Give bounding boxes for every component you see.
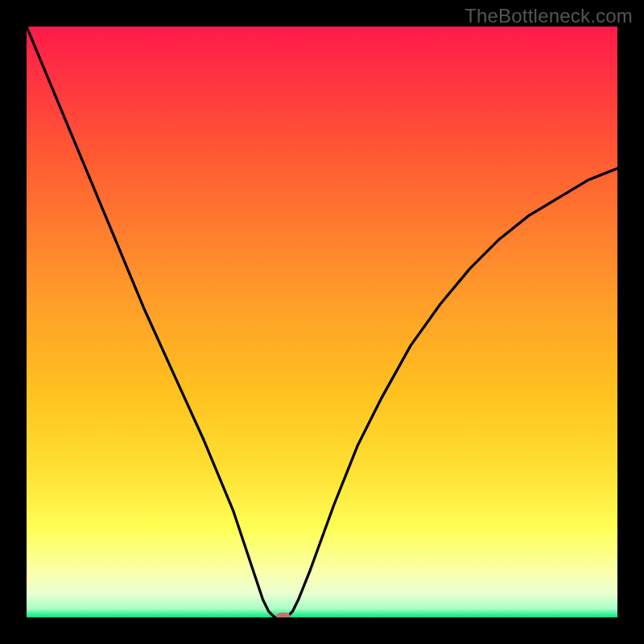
bottleneck-curve [27, 27, 617, 617]
highlight-marker [276, 613, 291, 617]
chart-frame: TheBottleneck.com [0, 0, 644, 644]
plot-area [27, 27, 617, 617]
watermark-text: TheBottleneck.com [464, 5, 633, 27]
